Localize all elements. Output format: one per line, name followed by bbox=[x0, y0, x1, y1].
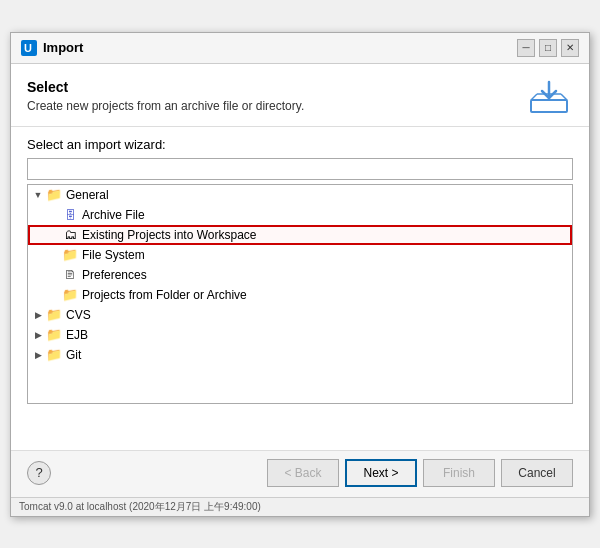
minimize-button[interactable]: ─ bbox=[517, 39, 535, 57]
close-button[interactable]: ✕ bbox=[561, 39, 579, 57]
folder-icon-cvs: 📁 bbox=[46, 307, 62, 323]
title-bar-left: U Import bbox=[21, 40, 83, 56]
tree-item-archive-file[interactable]: 🗄 Archive File bbox=[28, 205, 572, 225]
app-icon: U bbox=[21, 40, 37, 56]
tree-item-preferences[interactable]: 🖹 Preferences bbox=[28, 265, 572, 285]
file-icon-archive: 🗄 bbox=[62, 207, 78, 223]
tree-item-existing-projects[interactable]: 🗂 Existing Projects into Workspace bbox=[28, 225, 572, 245]
search-input[interactable] bbox=[27, 158, 573, 180]
folder-icon-projects: 📁 bbox=[62, 287, 78, 303]
next-button[interactable]: Next > bbox=[345, 459, 417, 487]
tree-label-projects: Projects from Folder or Archive bbox=[82, 288, 247, 302]
header-icon bbox=[525, 76, 573, 116]
svg-text:U: U bbox=[24, 42, 32, 54]
tree-label-cvs: CVS bbox=[66, 308, 91, 322]
status-text: Tomcat v9.0 at localhost (2020年12月7日 上午9… bbox=[19, 501, 261, 512]
expand-icon-general: ▼ bbox=[32, 189, 44, 201]
spacer-prefs bbox=[48, 269, 60, 281]
header-description: Create new projects from an archive file… bbox=[27, 99, 304, 113]
tree-label-filesystem: File System bbox=[82, 248, 145, 262]
spacer-existing bbox=[48, 229, 60, 241]
spacer-filesystem bbox=[48, 249, 60, 261]
import-dialog: U Import ─ □ ✕ Select Create new project… bbox=[10, 32, 590, 517]
spacer-projects bbox=[48, 289, 60, 301]
dialog-title: Import bbox=[43, 40, 83, 55]
tree-label-ejb: EJB bbox=[66, 328, 88, 342]
tree-label-archive: Archive File bbox=[82, 208, 145, 222]
header-text: Select Create new projects from an archi… bbox=[27, 79, 304, 113]
spacer-archive bbox=[48, 209, 60, 221]
tree-item-projects-folder[interactable]: 📁 Projects from Folder or Archive bbox=[28, 285, 572, 305]
header-section: Select Create new projects from an archi… bbox=[11, 64, 589, 127]
help-button[interactable]: ? bbox=[27, 461, 51, 485]
tree-label-git: Git bbox=[66, 348, 81, 362]
tree-label-prefs: Preferences bbox=[82, 268, 147, 282]
expand-icon-git: ▶ bbox=[32, 349, 44, 361]
header-heading: Select bbox=[27, 79, 304, 95]
wizard-label: Select an import wizard: bbox=[27, 137, 573, 152]
button-bar: ? < Back Next > Finish Cancel bbox=[11, 450, 589, 497]
back-button[interactable]: < Back bbox=[267, 459, 339, 487]
tree-label-existing: Existing Projects into Workspace bbox=[82, 228, 257, 242]
tree-item-file-system[interactable]: 📁 File System bbox=[28, 245, 572, 265]
expand-icon-cvs: ▶ bbox=[32, 309, 44, 321]
title-bar: U Import ─ □ ✕ bbox=[11, 33, 589, 64]
finish-button[interactable]: Finish bbox=[423, 459, 495, 487]
import-icon-existing: 🗂 bbox=[62, 227, 78, 243]
tree-label-general: General bbox=[66, 188, 109, 202]
tree-container[interactable]: ▼ 📁 General 🗄 Archive File 🗂 Existing Pr… bbox=[27, 184, 573, 404]
svg-rect-2 bbox=[531, 100, 567, 112]
folder-icon-git: 📁 bbox=[46, 347, 62, 363]
folder-icon-ejb: 📁 bbox=[46, 327, 62, 343]
prefs-icon: 🖹 bbox=[62, 267, 78, 283]
tree-item-cvs[interactable]: ▶ 📁 CVS bbox=[28, 305, 572, 325]
tree-item-ejb[interactable]: ▶ 📁 EJB bbox=[28, 325, 572, 345]
expand-icon-ejb: ▶ bbox=[32, 329, 44, 341]
status-bar: Tomcat v9.0 at localhost (2020年12月7日 上午9… bbox=[11, 497, 589, 516]
maximize-button[interactable]: □ bbox=[539, 39, 557, 57]
spacer bbox=[11, 410, 589, 450]
tree-item-general[interactable]: ▼ 📁 General bbox=[28, 185, 572, 205]
tree-item-git[interactable]: ▶ 📁 Git bbox=[28, 345, 572, 365]
cancel-button[interactable]: Cancel bbox=[501, 459, 573, 487]
title-controls: ─ □ ✕ bbox=[517, 39, 579, 57]
folder-icon-filesystem: 📁 bbox=[62, 247, 78, 263]
folder-icon-general: 📁 bbox=[46, 187, 62, 203]
content-section: Select an import wizard: ▼ 📁 General 🗄 A… bbox=[11, 127, 589, 410]
